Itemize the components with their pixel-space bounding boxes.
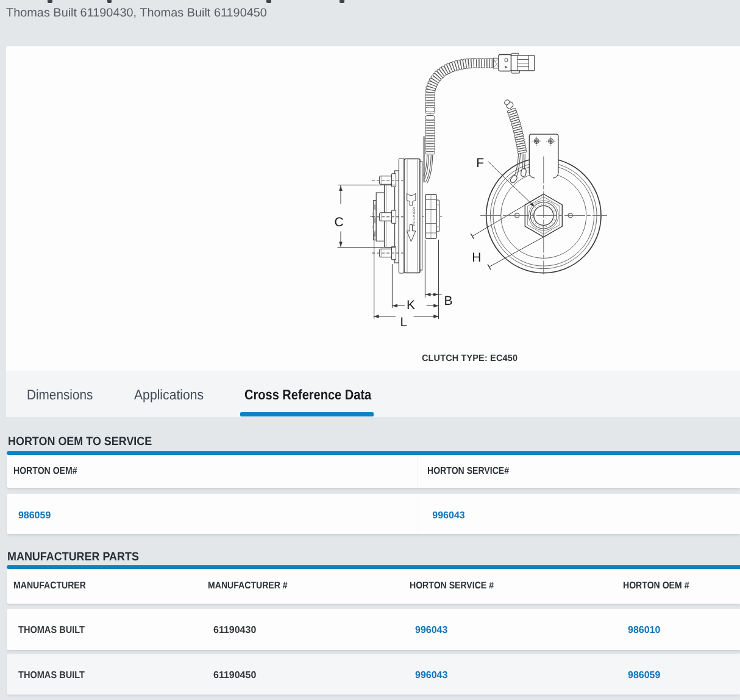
- svg-text:ROTATION: ROTATION: [411, 207, 416, 226]
